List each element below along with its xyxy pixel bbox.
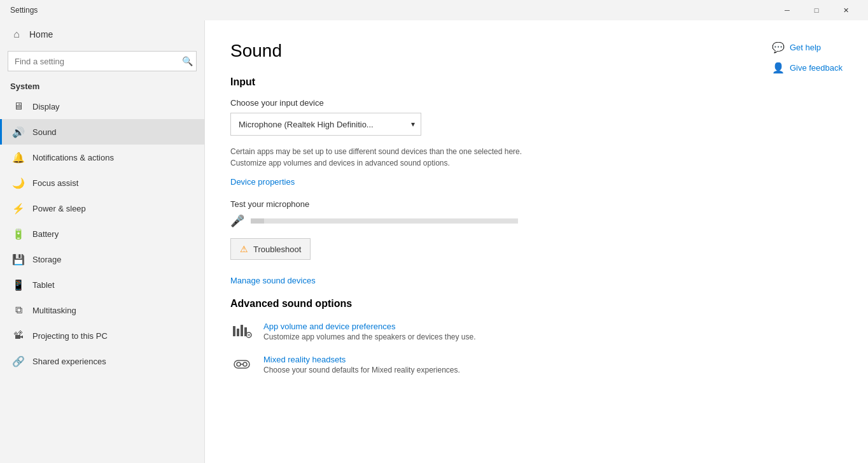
app-title: Settings — [10, 6, 38, 15]
input-device-dropdown-wrapper: Microphone (Realtek High Definitio... ▾ — [230, 113, 421, 136]
troubleshoot-button[interactable]: ⚠ Troubleshoot — [230, 238, 311, 260]
test-mic-label: Test your microphone — [230, 199, 843, 209]
app-volume-desc: Customize app volumes and the speakers o… — [263, 332, 476, 341]
sidebar-item-storage[interactable]: 💾 Storage — [0, 246, 204, 272]
sidebar-item-battery[interactable]: 🔋 Battery — [0, 221, 204, 246]
sidebar-item-label: Storage — [32, 255, 62, 264]
sidebar-item-label: Battery — [32, 229, 59, 239]
choose-input-label: Choose your input device — [230, 98, 843, 108]
mic-level-fill — [251, 218, 264, 224]
projecting-icon: 📽 — [12, 329, 25, 342]
mixed-reality-text: Mixed reality headsets Choose your sound… — [263, 355, 460, 374]
sidebar-item-label: Tablet — [32, 280, 55, 290]
focus-icon: 🌙 — [12, 176, 25, 189]
minimize-button[interactable]: ─ — [773, 2, 802, 18]
display-icon: 🖥 — [12, 100, 25, 113]
mixed-reality-title[interactable]: Mixed reality headsets — [263, 355, 460, 364]
give-feedback-icon: 👤 — [772, 61, 785, 74]
home-label: Home — [29, 29, 53, 39]
sidebar-item-sound[interactable]: 🔊 Sound — [0, 119, 204, 145]
app-volume-item[interactable]: App volume and device preferences Custom… — [230, 320, 843, 343]
sound-icon: 🔊 — [12, 125, 25, 138]
home-nav-item[interactable]: ⌂ Home — [0, 20, 204, 48]
sidebar-item-label: Projecting to this PC — [32, 331, 108, 341]
mixed-reality-item[interactable]: Mixed reality headsets Choose your sound… — [230, 353, 843, 376]
input-section-title: Input — [230, 76, 843, 88]
sidebar-item-label: Power & sleep — [32, 204, 86, 213]
input-device-dropdown[interactable]: Microphone (Realtek High Definitio... — [230, 113, 421, 136]
notifications-icon: 🔔 — [12, 151, 25, 164]
battery-icon: 🔋 — [12, 227, 25, 240]
sidebar-item-label: Multitasking — [32, 306, 76, 315]
microphone-test: 🎤 — [230, 214, 843, 228]
multitasking-icon: ⧉ — [12, 304, 25, 317]
get-help-icon: 💬 — [772, 41, 785, 53]
system-section-label: System — [0, 76, 204, 94]
sidebar-item-tablet[interactable]: 📱 Tablet — [0, 272, 204, 297]
search-icon-button[interactable]: 🔍 — [182, 56, 193, 66]
get-help-label: Get help — [790, 43, 821, 52]
sidebar-item-notifications[interactable]: 🔔 Notifications & actions — [0, 145, 204, 170]
microphone-icon: 🎤 — [230, 214, 244, 228]
sidebar-item-projecting[interactable]: 📽 Projecting to this PC — [0, 323, 204, 348]
warning-icon: ⚠ — [240, 244, 248, 254]
power-icon: ⚡ — [12, 202, 25, 215]
home-icon: ⌂ — [10, 28, 23, 41]
title-bar: Settings ─ □ ✕ — [0, 0, 868, 20]
svg-rect-1 — [237, 329, 239, 336]
sidebar-item-multitasking[interactable]: ⧉ Multitasking — [0, 297, 204, 323]
help-panel: 💬 Get help 👤 Give feedback — [772, 41, 843, 74]
svg-rect-2 — [241, 325, 243, 336]
app-body: ⌂ Home 🔍 System 🖥 Display 🔊 Sound 🔔 Noti… — [0, 20, 868, 463]
sidebar-item-display[interactable]: 🖥 Display — [0, 94, 204, 119]
input-section: Input Choose your input device Microphon… — [230, 76, 843, 298]
app-volume-text: App volume and device preferences Custom… — [263, 322, 476, 341]
advanced-section-title: Advanced sound options — [230, 298, 843, 310]
sidebar-item-focus[interactable]: 🌙 Focus assist — [0, 170, 204, 196]
give-feedback-link[interactable]: 👤 Give feedback — [772, 61, 843, 74]
page-title: Sound — [230, 41, 843, 61]
search-input[interactable] — [8, 51, 197, 71]
mixed-reality-desc: Choose your sound defaults for Mixed rea… — [263, 366, 460, 374]
mixed-reality-icon — [230, 353, 253, 376]
maximize-button[interactable]: □ — [802, 2, 831, 18]
advanced-sound-section: Advanced sound options App volume and de… — [230, 298, 843, 376]
sidebar-item-label: Focus assist — [32, 178, 78, 188]
device-properties-link[interactable]: Device properties — [230, 177, 295, 187]
sidebar-item-label: Notifications & actions — [32, 153, 114, 162]
window-controls: ─ □ ✕ — [773, 2, 860, 18]
storage-icon: 💾 — [12, 253, 25, 266]
main-content: 💬 Get help 👤 Give feedback Sound Input C… — [205, 20, 868, 463]
manage-sound-devices-link[interactable]: Manage sound devices — [230, 276, 316, 285]
tablet-icon: 📱 — [12, 278, 25, 291]
sidebar-item-label: Shared experiences — [32, 357, 106, 366]
sidebar-item-power[interactable]: ⚡ Power & sleep — [0, 196, 204, 221]
sidebar-item-label: Display — [32, 102, 60, 111]
shared-icon: 🔗 — [12, 355, 25, 367]
sidebar-item-label: Sound — [32, 127, 57, 137]
sidebar: ⌂ Home 🔍 System 🖥 Display 🔊 Sound 🔔 Noti… — [0, 20, 205, 463]
search-container: 🔍 — [8, 51, 197, 71]
mic-level-bar — [251, 218, 518, 224]
sidebar-item-shared[interactable]: 🔗 Shared experiences — [0, 348, 204, 374]
app-volume-title[interactable]: App volume and device preferences — [263, 322, 476, 331]
get-help-link[interactable]: 💬 Get help — [772, 41, 843, 53]
svg-rect-0 — [233, 326, 235, 336]
app-volume-icon — [230, 320, 253, 343]
input-description: Certain apps may be set up to use differ… — [230, 146, 549, 169]
svg-point-7 — [237, 362, 241, 366]
svg-point-8 — [243, 362, 247, 366]
give-feedback-label: Give feedback — [790, 63, 843, 73]
troubleshoot-label: Troubleshoot — [253, 245, 301, 254]
close-button[interactable]: ✕ — [831, 2, 860, 18]
